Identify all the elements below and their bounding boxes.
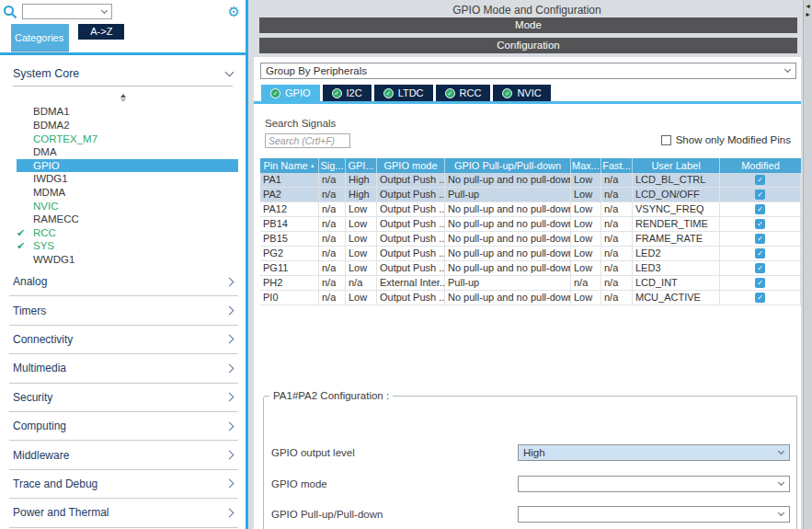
modified-checkbox[interactable]: ✓ bbox=[755, 263, 765, 273]
cell-gpio-output: High bbox=[346, 188, 377, 202]
chevron-right-icon bbox=[225, 508, 234, 517]
peripheral-item[interactable]: ✔ CORTEX_M7 bbox=[0, 132, 246, 146]
peripheral-config-tab[interactable]: ✓ RCC bbox=[436, 85, 491, 101]
peripheral-config-tab[interactable]: ✓ GPIO bbox=[261, 85, 320, 101]
column-header-pin-name[interactable]: Pin Name▲ bbox=[260, 158, 319, 173]
cell-fast-mode: n/a bbox=[601, 217, 633, 232]
peripheral-label: RCC bbox=[33, 227, 56, 238]
signals-table: Pin Name▲ Sig... GPI... GPIO mode GPIO P… bbox=[260, 158, 801, 305]
peripheral-config-tab[interactable]: ✓ LTDC bbox=[374, 85, 433, 101]
category-row[interactable]: Security bbox=[9, 384, 238, 412]
collapse-right-arrow-icon[interactable]: ▸ bbox=[806, 10, 809, 18]
column-header-fast-mode[interactable]: Fast... bbox=[601, 158, 633, 173]
chevron-right-icon bbox=[225, 479, 234, 489]
table-row[interactable]: PA2 n/a High Output Push ... Pull-up Low… bbox=[260, 188, 801, 202]
group-by-select[interactable]: Group By Peripherals bbox=[260, 63, 796, 79]
system-core-header[interactable]: System Core bbox=[13, 62, 233, 85]
modified-checkbox[interactable]: ✓ bbox=[755, 219, 765, 229]
modified-checkbox[interactable]: ✓ bbox=[755, 204, 765, 214]
field-select[interactable] bbox=[518, 506, 790, 523]
table-row[interactable]: PH2 n/a n/a External Inter... Pull-up n/… bbox=[260, 276, 801, 291]
show-only-modified-checkbox[interactable]: Show only Modified Pins bbox=[661, 134, 791, 145]
configuration-section-bar[interactable]: Configuration bbox=[259, 38, 797, 53]
peripheral-item[interactable]: ✔ NVIC bbox=[0, 200, 246, 213]
table-row[interactable]: PA12 n/a Low Output Push ... No pull-up … bbox=[260, 202, 801, 217]
list-scroll-spinner[interactable] bbox=[0, 92, 246, 103]
category-row[interactable]: Timers bbox=[9, 296, 238, 325]
peripheral-item[interactable]: ✔ MDMA bbox=[0, 186, 246, 200]
peripheral-label: GPIO bbox=[33, 160, 60, 171]
category-row[interactable]: Trace and Debug bbox=[9, 470, 238, 499]
cell-fast-mode: n/a bbox=[601, 276, 633, 291]
modified-checkbox[interactable]: ✓ bbox=[755, 175, 765, 185]
table-row[interactable]: PB14 n/a Low Output Push ... No pull-up … bbox=[260, 217, 801, 232]
table-row[interactable]: PG2 n/a Low Output Push ... No pull-up a… bbox=[260, 247, 801, 261]
tab-categories[interactable]: Categories bbox=[11, 24, 69, 52]
tab-a-to-z[interactable]: A->Z bbox=[78, 24, 124, 40]
cell-signal: n/a bbox=[319, 232, 346, 247]
field-value: High bbox=[523, 447, 545, 458]
modified-checkbox[interactable]: ✓ bbox=[755, 293, 765, 303]
column-header-gpio-mode[interactable]: GPIO mode bbox=[377, 158, 445, 173]
column-header-modified[interactable]: Modified bbox=[720, 158, 801, 173]
cell-gpio-mode: Output Push ... bbox=[377, 188, 445, 202]
cell-gpio-output: High bbox=[346, 173, 377, 188]
signals-search-input[interactable] bbox=[265, 133, 350, 148]
field-select[interactable]: High bbox=[518, 444, 790, 461]
table-row[interactable]: PA1 n/a High Output Push ... No pull-up … bbox=[260, 173, 801, 188]
table-row[interactable]: PI0 n/a Low Output Push ... No pull-up a… bbox=[260, 291, 801, 305]
cell-user-label: LED2 bbox=[633, 247, 720, 261]
table-row[interactable]: PG11 n/a Low Output Push ... No pull-up … bbox=[260, 261, 801, 276]
peripheral-item[interactable]: ✔ IWDG1 bbox=[0, 172, 246, 186]
cell-pin-name: PH2 bbox=[260, 276, 319, 291]
column-header-signal[interactable]: Sig... bbox=[319, 158, 346, 173]
peripheral-item[interactable]: ✔ RCC bbox=[0, 226, 246, 240]
mode-section-bar[interactable]: Mode bbox=[259, 17, 797, 33]
cell-gpio-output: Low bbox=[346, 291, 377, 305]
modified-checkbox[interactable]: ✓ bbox=[755, 190, 765, 200]
column-header-user-label[interactable]: User Label bbox=[633, 158, 720, 173]
cell-gpio-output: Low bbox=[346, 261, 377, 276]
peripheral-item[interactable]: ✔ GPIO bbox=[17, 159, 238, 173]
config-field-row: GPIO mode bbox=[271, 476, 790, 492]
cell-max-speed: Low bbox=[571, 188, 601, 202]
peripheral-config-tab[interactable]: ✓ NVIC bbox=[493, 85, 550, 101]
peripheral-item[interactable]: ✔ WWDG1 bbox=[0, 253, 246, 267]
cell-pull: No pull-up and no pull-down bbox=[445, 173, 571, 188]
category-row[interactable]: Analog bbox=[9, 268, 238, 296]
category-row[interactable]: Connectivity bbox=[9, 326, 238, 354]
category-row[interactable]: Computing bbox=[9, 412, 238, 441]
cell-pin-name: PA1 bbox=[260, 173, 319, 188]
peripheral-item[interactable]: ✔ DMA bbox=[0, 145, 246, 159]
table-row[interactable]: PB15 n/a Low Output Push ... No pull-up … bbox=[260, 232, 801, 247]
vertical-scrollbar[interactable]: ◂ ▸ bbox=[803, 0, 812, 529]
peripheral-config-tab[interactable]: ✓ I2C bbox=[323, 85, 372, 101]
collapse-left-arrow-icon[interactable]: ◂ bbox=[806, 2, 809, 10]
pin-configuration-group: PA1#PA2 Configuration : GPIO output leve… bbox=[263, 396, 797, 529]
cell-pull: No pull-up and no pull-down bbox=[445, 247, 571, 261]
sidebar-filter-combobox[interactable] bbox=[22, 4, 112, 19]
cell-pin-name: PG2 bbox=[260, 247, 319, 261]
column-header-gpio-output[interactable]: GPI... bbox=[346, 158, 377, 173]
chevron-right-icon bbox=[225, 335, 234, 344]
active-tab-strip bbox=[0, 52, 246, 55]
peripheral-item[interactable]: ✔ BDMA2 bbox=[0, 119, 246, 132]
peripheral-item[interactable]: ✔ BDMA1 bbox=[0, 105, 246, 119]
category-row[interactable]: Multimedia bbox=[9, 354, 238, 383]
modified-checkbox[interactable]: ✓ bbox=[755, 248, 765, 259]
field-select[interactable] bbox=[518, 476, 790, 492]
column-header-max-speed[interactable]: Max... bbox=[571, 158, 601, 173]
modified-checkbox[interactable]: ✓ bbox=[755, 234, 765, 244]
search-icon[interactable] bbox=[3, 5, 17, 19]
settings-gear-icon[interactable]: ⚙ bbox=[228, 5, 240, 18]
cell-pull: No pull-up and no pull-down bbox=[445, 217, 571, 232]
cell-user-label: MCU_ACTIVE bbox=[633, 291, 720, 305]
modified-checkbox[interactable]: ✓ bbox=[755, 278, 765, 288]
category-row[interactable]: Power and Thermal bbox=[9, 499, 238, 527]
category-row[interactable]: Middleware bbox=[9, 441, 238, 469]
column-header-pull[interactable]: GPIO Pull-up/Pull-down bbox=[445, 158, 571, 173]
peripheral-item[interactable]: ✔ SYS bbox=[0, 239, 246, 253]
cell-fast-mode: n/a bbox=[601, 202, 633, 217]
scroll-up-icon bbox=[120, 94, 126, 98]
peripheral-item[interactable]: ✔ RAMECC bbox=[0, 213, 246, 226]
